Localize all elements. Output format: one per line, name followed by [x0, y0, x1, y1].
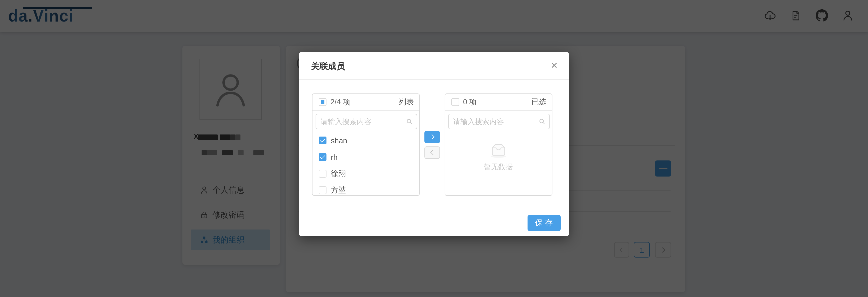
save-button[interactable]: 保 存: [527, 215, 560, 231]
screen: da.Vinci: [0, 0, 868, 297]
search-input[interactable]: [448, 113, 550, 129]
close-icon[interactable]: ✕: [548, 59, 560, 72]
panel-title: 已选: [531, 97, 547, 107]
list-item[interactable]: shan: [312, 132, 419, 149]
chevron-right-icon: [429, 134, 434, 139]
transfer-target-panel: 0 项 已选 暂无数据: [444, 93, 552, 195]
source-search: [315, 113, 417, 129]
search-input[interactable]: [315, 113, 417, 129]
item-checkbox[interactable]: [318, 137, 326, 144]
item-checkbox[interactable]: [318, 153, 326, 161]
transfer-target-header: 0 项 已选: [445, 94, 552, 110]
panel-title: 列表: [399, 97, 414, 107]
list-item[interactable]: 徐翔: [312, 165, 419, 182]
select-all-checkbox[interactable]: [318, 98, 326, 106]
modal-header: 关联成员 ✕: [299, 52, 569, 80]
item-checkbox[interactable]: [318, 170, 326, 178]
source-list: shan rh 徐翔 方堃: [312, 132, 419, 195]
transfer-source-header: 2/4 项 列表: [312, 94, 419, 110]
modal-footer: 保 存: [299, 209, 569, 236]
list-item[interactable]: rh: [312, 149, 419, 165]
selected-count: 0 项: [463, 97, 477, 107]
select-all-checkbox[interactable]: [451, 98, 459, 106]
modal-title: 关联成员: [311, 60, 345, 72]
chevron-left-icon: [430, 150, 435, 155]
empty-state: 暂无数据: [445, 141, 552, 171]
target-search: [448, 113, 550, 129]
empty-text: 暂无数据: [445, 162, 552, 171]
associate-members-modal: 关联成员 ✕ 2/4 项 列表 shan: [299, 52, 569, 236]
transfer-source-panel: 2/4 项 列表 shan rh: [312, 93, 420, 195]
empty-inbox-icon: [486, 141, 510, 158]
move-to-left-button[interactable]: [425, 146, 440, 159]
move-to-right-button[interactable]: [425, 131, 440, 143]
item-checkbox[interactable]: [318, 186, 326, 194]
list-item[interactable]: 方堃: [312, 182, 419, 195]
selected-count: 2/4 项: [330, 97, 350, 107]
